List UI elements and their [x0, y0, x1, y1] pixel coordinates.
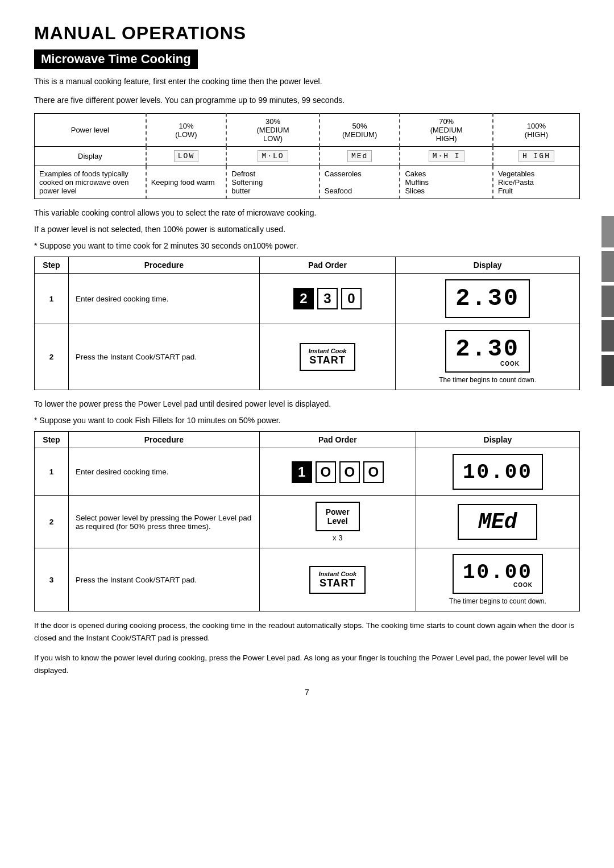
- steps-table-2: Step Procedure Pad Order Display 1 Enter…: [34, 431, 580, 611]
- instant-cook-button-2[interactable]: Instant Cook START: [309, 566, 366, 594]
- example-label: Examples of foods typically cooked on mi…: [35, 166, 146, 199]
- display-high: H IGH: [493, 147, 580, 166]
- example-mhi: CakesMuffinsSlices: [400, 166, 492, 199]
- digit-0d: O: [363, 461, 384, 483]
- power-level-label: Power level: [35, 114, 146, 147]
- page-number: 7: [34, 688, 580, 697]
- step-1-display: 2.30: [396, 274, 580, 324]
- example-high: VegetablesRice/PastaFruit: [493, 166, 580, 199]
- digit-0a: 0: [341, 288, 362, 309]
- asterisk-note-1: * Suppose you want to time cook for 2 mi…: [34, 240, 580, 252]
- step-t2-2-display: MEd: [416, 496, 579, 548]
- step-t2-2-number: 2: [35, 496, 69, 548]
- step-t2-3-procedure: Press the Instant Cook/START pad.: [69, 548, 260, 611]
- instant-cook-label-top-2: Instant Cook: [318, 571, 356, 577]
- display-mhi: M·H I: [400, 147, 492, 166]
- step-t2-3-display: 10.00 COOK The timer begins to count dow…: [416, 548, 579, 611]
- step-t2-1-display: 10.00: [416, 448, 579, 496]
- footer-text-2: If you wish to know the power level duri…: [34, 652, 580, 676]
- step-t2-1-pad: 1 O O O: [259, 448, 416, 496]
- digit-2: 2: [293, 288, 314, 309]
- lower-power-asterisk: * Suppose you want to cook Fish Fillets …: [34, 415, 580, 427]
- right-tab-2: [601, 251, 614, 282]
- digit-0c: O: [339, 461, 360, 483]
- step-1-pad: 2 3 0: [259, 274, 396, 324]
- step-2-number: 2: [35, 324, 69, 390]
- th-display-1: Display: [396, 257, 580, 274]
- instant-cook-start-label-2: START: [318, 577, 356, 589]
- variable-text-2: If a power level is not selected, then 1…: [34, 224, 580, 235]
- step-2-display: 2.30 COOK The timer begins to count down…: [396, 324, 580, 390]
- section-title: Microwave Time Cooking: [34, 49, 580, 76]
- lower-power-note: To lower the power press the Power Level…: [34, 398, 580, 410]
- th-procedure-1: Procedure: [69, 257, 260, 274]
- step-t2-3-number: 3: [35, 548, 69, 611]
- th-step-1: Step: [35, 257, 69, 274]
- timer-note-2: The timer begins to count down.: [423, 597, 572, 605]
- instant-cook-label-top: Instant Cook: [309, 348, 347, 354]
- th-step-2: Step: [35, 432, 69, 448]
- col-70: 70%(MEDIUMHIGH): [400, 114, 492, 147]
- th-padorder-1: Pad Order: [259, 257, 396, 274]
- th-display-2: Display: [416, 432, 579, 448]
- step-t2-2-pad: Power Level x 3: [259, 496, 416, 548]
- power-level-button[interactable]: Power Level: [316, 502, 360, 531]
- display-mlo: M·LO: [226, 147, 319, 166]
- digit-1: 1: [292, 461, 312, 483]
- steps-table-1: Step Procedure Pad Order Display 1 Enter…: [34, 257, 580, 390]
- page-title: MANUAL OPERATIONS: [34, 23, 580, 44]
- power-level-line1: Power: [326, 507, 350, 516]
- power-level-table: Power level 10%(LOW) 30%(MEDIUMLOW) 50%(…: [34, 113, 580, 199]
- right-tab-1: [601, 216, 614, 247]
- display-med: MEd: [320, 147, 400, 166]
- digit-0b: O: [316, 461, 336, 483]
- step-t2-1-number: 1: [35, 448, 69, 496]
- right-tab-5: [601, 355, 614, 386]
- col-30: 30%(MEDIUMLOW): [226, 114, 319, 147]
- right-tabs: [601, 216, 614, 386]
- power-level-line2: Level: [326, 516, 350, 526]
- step-1-number: 1: [35, 274, 69, 324]
- footer-text-1: If the door is opened during cooking pro…: [34, 619, 580, 644]
- variable-text-1: This variable cooking control allows you…: [34, 207, 580, 219]
- step-t2-3-pad: Instant Cook START: [259, 548, 416, 611]
- step-1-procedure: Enter desired cooking time.: [69, 274, 260, 324]
- example-low: Keeping food warm: [146, 166, 227, 199]
- th-padorder-2: Pad Order: [259, 432, 416, 448]
- instant-cook-button-1[interactable]: Instant Cook START: [300, 343, 356, 371]
- intro-line-1: This is a manual cooking feature, first …: [34, 76, 580, 88]
- x3-label: x 3: [267, 534, 409, 542]
- lcd-1000: 10.00: [453, 454, 543, 490]
- step-t2-1-procedure: Enter desired cooking time.: [69, 448, 260, 496]
- intro-line-2: There are five different power levels. Y…: [34, 94, 580, 106]
- lcd-med: MEd: [458, 504, 537, 540]
- col-100: 100%(HIGH): [493, 114, 580, 147]
- lcd-230-cook: 2.30 COOK: [445, 330, 530, 373]
- display-label: Display: [35, 147, 146, 166]
- lcd-230: 2.30: [445, 279, 530, 318]
- example-mlo: DefrostSofteningbutter: [226, 166, 319, 199]
- display-low: LOW: [146, 147, 227, 166]
- instant-cook-start-label: START: [309, 354, 347, 366]
- right-tab-4: [601, 320, 614, 352]
- step-t2-2-procedure: Select power level by pressing the Power…: [69, 496, 260, 548]
- timer-note-1: The timer begins to count down.: [403, 376, 572, 384]
- lcd-1000-cook: 10.00 COOK: [453, 554, 543, 594]
- th-procedure-2: Procedure: [69, 432, 260, 448]
- col-10: 10%(LOW): [146, 114, 227, 147]
- digit-3: 3: [317, 288, 338, 309]
- right-tab-3: [601, 286, 614, 317]
- step-2-procedure: Press the Instant Cook/START pad.: [69, 324, 260, 390]
- col-50: 50%(MEDIUM): [320, 114, 400, 147]
- step-2-pad: Instant Cook START: [259, 324, 396, 390]
- example-med: CasserolesSeafood: [320, 166, 400, 199]
